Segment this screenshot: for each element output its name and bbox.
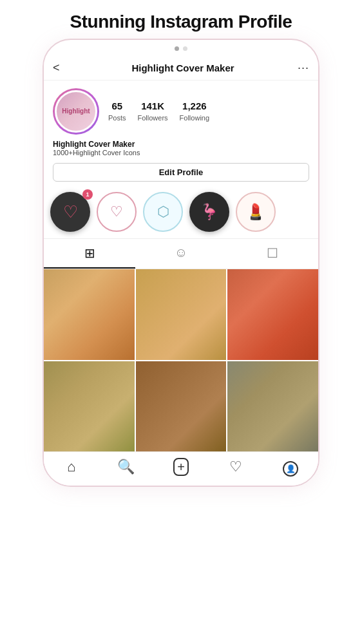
heart-arrow-icon: ♡ <box>110 204 123 220</box>
add-icon: + <box>173 458 189 476</box>
page-title: Stunning Instagram Profile <box>13 12 349 32</box>
stats-row: 65 Posts 141K Followers 1,226 Following <box>108 100 309 123</box>
photo-3 <box>227 269 318 360</box>
more-button[interactable]: ··· <box>298 61 309 75</box>
display-name: Highlight Cover Maker <box>53 140 309 149</box>
home-icon: ⌂ <box>67 459 75 475</box>
highlight-item-4[interactable]: 🦩 <box>189 192 229 232</box>
photo-cell-2[interactable] <box>136 269 227 360</box>
instagram-screen: < Highlight Cover Maker ··· Highlight <box>44 55 318 486</box>
photo-2 <box>136 269 227 360</box>
posts-label: Posts <box>108 114 126 122</box>
photo-cell-4[interactable] <box>44 361 135 452</box>
highlight-circle-4: 🦩 <box>189 192 229 232</box>
avatar-wrap: Highlight <box>53 88 99 135</box>
lipstick-icon: 💄 <box>246 203 265 221</box>
search-icon: 🔍 <box>117 459 135 475</box>
heart-icon-1: ♡ <box>63 202 78 222</box>
tab-igtv[interactable]: ☐ <box>227 239 318 269</box>
avatar: Highlight <box>53 88 99 135</box>
highlight-item-2[interactable]: ♡ <box>97 192 137 232</box>
profile-icon: 👤 <box>283 461 298 477</box>
flamingo-icon: 🦩 <box>200 203 219 221</box>
photo-grid <box>44 269 318 451</box>
photo-cell-6[interactable] <box>227 361 318 452</box>
phone-top-bar <box>44 40 318 55</box>
person-icon: ☐ <box>267 246 278 260</box>
stat-following: 1,226 Following <box>180 100 209 123</box>
nav-profile[interactable]: 👤 <box>263 459 318 477</box>
grid-icon: ⊞ <box>84 246 95 260</box>
nav-add[interactable]: + <box>153 459 208 477</box>
nav-search[interactable]: 🔍 <box>99 459 153 477</box>
tabs-row: ⊞ ☺ ☐ <box>44 238 318 269</box>
photo-cell-1[interactable] <box>44 269 135 360</box>
photo-6 <box>227 361 318 452</box>
highlight-circle-1: ♡ 1 <box>50 192 90 232</box>
photo-1 <box>44 269 135 360</box>
username-title: Highlight Cover Maker <box>131 62 234 73</box>
bio-text: 1000+Highlight Cover Icons <box>53 149 309 156</box>
page-header: Stunning Instagram Profile <box>0 0 362 39</box>
photo-4 <box>44 361 135 452</box>
nav-home[interactable]: ⌂ <box>44 459 99 477</box>
phone-dot-inactive <box>183 46 187 51</box>
photo-5 <box>136 361 227 452</box>
avatar-text: Highlight <box>62 108 90 115</box>
phone-dot-active <box>175 46 179 51</box>
bottom-nav: ⌂ 🔍 + ♡ 👤 <box>44 451 318 486</box>
following-count: 1,226 <box>180 100 209 111</box>
followers-count: 141K <box>138 100 168 111</box>
back-button[interactable]: < <box>53 61 68 75</box>
stat-followers: 141K Followers <box>138 100 168 123</box>
posts-count: 65 <box>108 100 126 111</box>
bio-section: Highlight Cover Maker 1000+Highlight Cov… <box>53 140 309 156</box>
avatar-inner: Highlight <box>55 90 97 133</box>
highlight-item-3[interactable]: ⬡ <box>143 192 183 232</box>
following-label: Following <box>180 114 209 122</box>
badge-1: 1 <box>82 189 93 200</box>
photo-cell-3[interactable] <box>227 269 318 360</box>
likes-icon: ♡ <box>229 459 242 475</box>
highlights-row: ♡ 1 ♡ ⬡ <box>44 187 318 238</box>
nav-likes[interactable]: ♡ <box>209 459 263 477</box>
highlight-circle-3: ⬡ <box>143 192 183 232</box>
photo-cell-5[interactable] <box>136 361 227 452</box>
phone-mockup: < Highlight Cover Maker ··· Highlight <box>43 39 319 487</box>
face-icon: ☺ <box>175 245 187 260</box>
tab-tagged[interactable]: ☺ <box>135 239 227 269</box>
followers-label: Followers <box>138 114 168 122</box>
tab-grid[interactable]: ⊞ <box>44 239 135 269</box>
edit-profile-button[interactable]: Edit Profile <box>53 163 309 182</box>
highlight-circle-2: ♡ <box>97 192 137 232</box>
profile-top: Highlight 65 Posts 141K Followers <box>53 88 309 135</box>
ig-topbar: < Highlight Cover Maker ··· <box>44 55 318 80</box>
bottle-icon: ⬡ <box>157 204 169 220</box>
highlight-circle-5: 💄 <box>236 192 276 232</box>
highlight-item-1[interactable]: ♡ 1 <box>50 192 90 232</box>
stat-posts: 65 Posts <box>108 100 126 123</box>
highlight-item-5[interactable]: 💄 <box>236 192 276 232</box>
profile-section: Highlight 65 Posts 141K Followers <box>44 80 318 182</box>
